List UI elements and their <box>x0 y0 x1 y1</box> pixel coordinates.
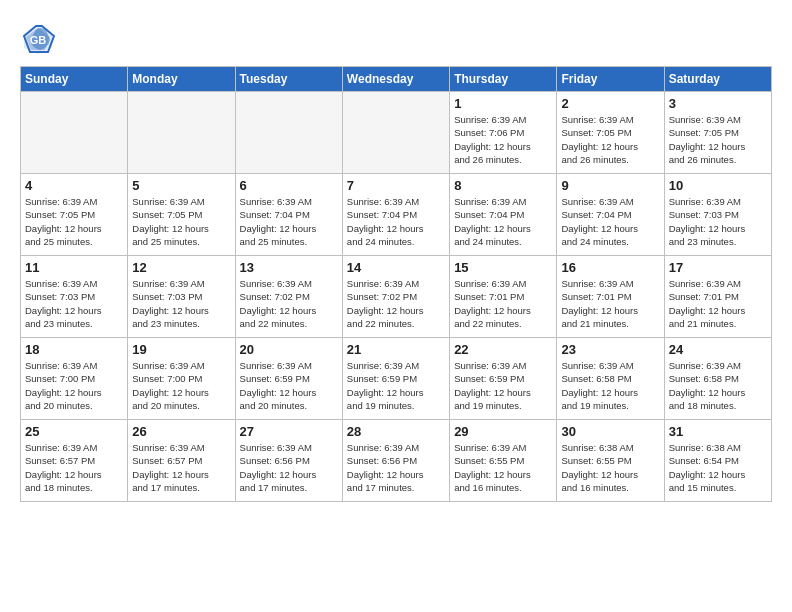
day-number: 16 <box>561 260 659 275</box>
calendar-day-cell: 9Sunrise: 6:39 AM Sunset: 7:04 PM Daylig… <box>557 174 664 256</box>
day-number: 17 <box>669 260 767 275</box>
day-info: Sunrise: 6:39 AM Sunset: 7:04 PM Dayligh… <box>561 195 659 248</box>
day-info: Sunrise: 6:39 AM Sunset: 7:00 PM Dayligh… <box>132 359 230 412</box>
day-number: 26 <box>132 424 230 439</box>
calendar-week-row: 25Sunrise: 6:39 AM Sunset: 6:57 PM Dayli… <box>21 420 772 502</box>
calendar-day-cell <box>21 92 128 174</box>
day-info: Sunrise: 6:39 AM Sunset: 6:58 PM Dayligh… <box>669 359 767 412</box>
day-number: 25 <box>25 424 123 439</box>
calendar-day-cell: 27Sunrise: 6:39 AM Sunset: 6:56 PM Dayli… <box>235 420 342 502</box>
day-info: Sunrise: 6:39 AM Sunset: 6:57 PM Dayligh… <box>25 441 123 494</box>
calendar-day-cell: 29Sunrise: 6:39 AM Sunset: 6:55 PM Dayli… <box>450 420 557 502</box>
calendar-day-cell: 18Sunrise: 6:39 AM Sunset: 7:00 PM Dayli… <box>21 338 128 420</box>
day-info: Sunrise: 6:39 AM Sunset: 6:59 PM Dayligh… <box>240 359 338 412</box>
day-info: Sunrise: 6:39 AM Sunset: 7:05 PM Dayligh… <box>25 195 123 248</box>
calendar-col-header: Saturday <box>664 67 771 92</box>
day-number: 21 <box>347 342 445 357</box>
day-info: Sunrise: 6:39 AM Sunset: 7:05 PM Dayligh… <box>132 195 230 248</box>
day-number: 20 <box>240 342 338 357</box>
day-info: Sunrise: 6:39 AM Sunset: 7:03 PM Dayligh… <box>132 277 230 330</box>
calendar-col-header: Thursday <box>450 67 557 92</box>
calendar-day-cell: 11Sunrise: 6:39 AM Sunset: 7:03 PM Dayli… <box>21 256 128 338</box>
calendar-day-cell: 26Sunrise: 6:39 AM Sunset: 6:57 PM Dayli… <box>128 420 235 502</box>
calendar-week-row: 4Sunrise: 6:39 AM Sunset: 7:05 PM Daylig… <box>21 174 772 256</box>
generalblue-logo-icon: GB <box>20 20 56 56</box>
day-number: 14 <box>347 260 445 275</box>
calendar-day-cell: 13Sunrise: 6:39 AM Sunset: 7:02 PM Dayli… <box>235 256 342 338</box>
calendar-day-cell: 21Sunrise: 6:39 AM Sunset: 6:59 PM Dayli… <box>342 338 449 420</box>
calendar-day-cell: 1Sunrise: 6:39 AM Sunset: 7:06 PM Daylig… <box>450 92 557 174</box>
calendar-day-cell: 16Sunrise: 6:39 AM Sunset: 7:01 PM Dayli… <box>557 256 664 338</box>
day-number: 12 <box>132 260 230 275</box>
day-info: Sunrise: 6:39 AM Sunset: 7:00 PM Dayligh… <box>25 359 123 412</box>
calendar-day-cell: 14Sunrise: 6:39 AM Sunset: 7:02 PM Dayli… <box>342 256 449 338</box>
day-number: 9 <box>561 178 659 193</box>
day-number: 1 <box>454 96 552 111</box>
calendar-day-cell <box>128 92 235 174</box>
calendar-day-cell: 6Sunrise: 6:39 AM Sunset: 7:04 PM Daylig… <box>235 174 342 256</box>
calendar-day-cell: 31Sunrise: 6:38 AM Sunset: 6:54 PM Dayli… <box>664 420 771 502</box>
day-number: 2 <box>561 96 659 111</box>
day-number: 29 <box>454 424 552 439</box>
calendar-week-row: 1Sunrise: 6:39 AM Sunset: 7:06 PM Daylig… <box>21 92 772 174</box>
header: GB <box>20 20 772 56</box>
calendar-day-cell: 8Sunrise: 6:39 AM Sunset: 7:04 PM Daylig… <box>450 174 557 256</box>
calendar-col-header: Friday <box>557 67 664 92</box>
day-info: Sunrise: 6:39 AM Sunset: 7:06 PM Dayligh… <box>454 113 552 166</box>
day-info: Sunrise: 6:39 AM Sunset: 6:56 PM Dayligh… <box>240 441 338 494</box>
day-info: Sunrise: 6:39 AM Sunset: 6:55 PM Dayligh… <box>454 441 552 494</box>
calendar-day-cell <box>342 92 449 174</box>
day-info: Sunrise: 6:39 AM Sunset: 7:05 PM Dayligh… <box>669 113 767 166</box>
calendar-day-cell <box>235 92 342 174</box>
day-info: Sunrise: 6:39 AM Sunset: 7:04 PM Dayligh… <box>347 195 445 248</box>
calendar-day-cell: 10Sunrise: 6:39 AM Sunset: 7:03 PM Dayli… <box>664 174 771 256</box>
calendar-day-cell: 25Sunrise: 6:39 AM Sunset: 6:57 PM Dayli… <box>21 420 128 502</box>
page: GB SundayMondayTuesdayWednesdayThursdayF… <box>0 0 792 512</box>
day-info: Sunrise: 6:39 AM Sunset: 7:02 PM Dayligh… <box>347 277 445 330</box>
day-number: 7 <box>347 178 445 193</box>
day-info: Sunrise: 6:39 AM Sunset: 7:04 PM Dayligh… <box>240 195 338 248</box>
logo: GB <box>20 20 60 56</box>
day-number: 28 <box>347 424 445 439</box>
day-info: Sunrise: 6:38 AM Sunset: 6:55 PM Dayligh… <box>561 441 659 494</box>
day-info: Sunrise: 6:39 AM Sunset: 7:01 PM Dayligh… <box>669 277 767 330</box>
calendar-day-cell: 19Sunrise: 6:39 AM Sunset: 7:00 PM Dayli… <box>128 338 235 420</box>
day-number: 8 <box>454 178 552 193</box>
day-info: Sunrise: 6:39 AM Sunset: 7:03 PM Dayligh… <box>25 277 123 330</box>
calendar-col-header: Tuesday <box>235 67 342 92</box>
day-number: 15 <box>454 260 552 275</box>
day-info: Sunrise: 6:39 AM Sunset: 6:57 PM Dayligh… <box>132 441 230 494</box>
day-number: 22 <box>454 342 552 357</box>
calendar-week-row: 11Sunrise: 6:39 AM Sunset: 7:03 PM Dayli… <box>21 256 772 338</box>
calendar-day-cell: 15Sunrise: 6:39 AM Sunset: 7:01 PM Dayli… <box>450 256 557 338</box>
calendar-day-cell: 24Sunrise: 6:39 AM Sunset: 6:58 PM Dayli… <box>664 338 771 420</box>
day-info: Sunrise: 6:39 AM Sunset: 7:01 PM Dayligh… <box>561 277 659 330</box>
day-number: 6 <box>240 178 338 193</box>
calendar-day-cell: 30Sunrise: 6:38 AM Sunset: 6:55 PM Dayli… <box>557 420 664 502</box>
calendar-day-cell: 12Sunrise: 6:39 AM Sunset: 7:03 PM Dayli… <box>128 256 235 338</box>
day-number: 5 <box>132 178 230 193</box>
calendar-day-cell: 4Sunrise: 6:39 AM Sunset: 7:05 PM Daylig… <box>21 174 128 256</box>
calendar-header-row: SundayMondayTuesdayWednesdayThursdayFrid… <box>21 67 772 92</box>
calendar-day-cell: 5Sunrise: 6:39 AM Sunset: 7:05 PM Daylig… <box>128 174 235 256</box>
day-info: Sunrise: 6:39 AM Sunset: 7:03 PM Dayligh… <box>669 195 767 248</box>
calendar-table: SundayMondayTuesdayWednesdayThursdayFrid… <box>20 66 772 502</box>
day-number: 27 <box>240 424 338 439</box>
day-info: Sunrise: 6:39 AM Sunset: 6:56 PM Dayligh… <box>347 441 445 494</box>
calendar-day-cell: 28Sunrise: 6:39 AM Sunset: 6:56 PM Dayli… <box>342 420 449 502</box>
day-number: 3 <box>669 96 767 111</box>
day-number: 31 <box>669 424 767 439</box>
calendar-day-cell: 17Sunrise: 6:39 AM Sunset: 7:01 PM Dayli… <box>664 256 771 338</box>
day-info: Sunrise: 6:39 AM Sunset: 6:59 PM Dayligh… <box>347 359 445 412</box>
day-number: 30 <box>561 424 659 439</box>
calendar-day-cell: 2Sunrise: 6:39 AM Sunset: 7:05 PM Daylig… <box>557 92 664 174</box>
day-number: 4 <box>25 178 123 193</box>
calendar-col-header: Monday <box>128 67 235 92</box>
day-info: Sunrise: 6:39 AM Sunset: 6:58 PM Dayligh… <box>561 359 659 412</box>
day-info: Sunrise: 6:39 AM Sunset: 7:04 PM Dayligh… <box>454 195 552 248</box>
day-info: Sunrise: 6:39 AM Sunset: 7:02 PM Dayligh… <box>240 277 338 330</box>
day-number: 11 <box>25 260 123 275</box>
calendar-week-row: 18Sunrise: 6:39 AM Sunset: 7:00 PM Dayli… <box>21 338 772 420</box>
day-number: 10 <box>669 178 767 193</box>
day-number: 18 <box>25 342 123 357</box>
